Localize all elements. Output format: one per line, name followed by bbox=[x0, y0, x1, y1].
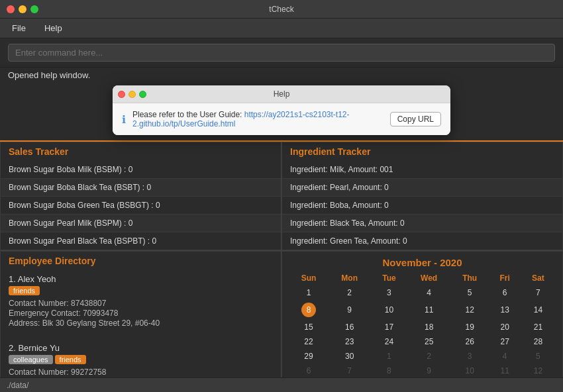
calendar-today: 8 bbox=[301, 303, 316, 317]
employee-name: 2. Bernice Yu bbox=[9, 343, 273, 353]
help-dialog: Help ℹ Please refer to the User Guide: h… bbox=[113, 85, 450, 135]
status-line: Opened help window. bbox=[0, 68, 563, 83]
sales-tracker-title: Sales Tracker bbox=[1, 142, 281, 161]
status-text: Opened help window. bbox=[8, 70, 90, 80]
calendar-day: 4 bbox=[489, 349, 521, 364]
maximize-button[interactable] bbox=[30, 5, 38, 13]
calendar-today-cell: 8 bbox=[289, 300, 329, 320]
sales-item: Brown Sugar Boba Green Tea (BSBGT) : 0 bbox=[1, 197, 281, 215]
employee-tag: friends bbox=[9, 286, 40, 295]
calendar-day: 24 bbox=[370, 334, 407, 349]
calendar-day: 28 bbox=[521, 334, 556, 349]
calendar-day: 25 bbox=[408, 334, 450, 349]
calendar-day: 9 bbox=[329, 300, 370, 320]
app-title: tCheck bbox=[269, 5, 293, 14]
help-min-button[interactable] bbox=[128, 91, 136, 98]
calendar-day: 21 bbox=[521, 320, 556, 334]
titlebar: tCheck bbox=[0, 0, 563, 19]
employee-directory-panel: Employee Directory 1. Alex Yeoh friends … bbox=[0, 251, 282, 392]
calendar-day-header: Tue bbox=[370, 271, 407, 285]
calendar-day: 19 bbox=[450, 320, 489, 334]
sales-item: Brown Sugar Boba Milk (BSBM) : 0 bbox=[1, 161, 281, 179]
calendar-table: SunMonTueWedThuFriSat 123456789101112131… bbox=[289, 271, 556, 378]
help-max-button[interactable] bbox=[139, 91, 146, 98]
calendar-day: 26 bbox=[450, 334, 489, 349]
command-bar bbox=[0, 38, 563, 68]
calendar-day: 8 bbox=[370, 364, 407, 378]
employee-contact: Contact Number: 99272758 bbox=[9, 368, 273, 377]
calendar-day: 3 bbox=[370, 285, 407, 300]
sales-item: Brown Sugar Pearl Black Tea (BSPBT) : 0 bbox=[1, 232, 281, 250]
calendar-wrapper: SunMonTueWedThuFriSat 123456789101112131… bbox=[282, 271, 562, 383]
calendar-day: 13 bbox=[489, 300, 521, 320]
calendar-day-header: Wed bbox=[408, 271, 450, 285]
calendar-day: 2 bbox=[408, 349, 450, 364]
calendar-day: 3 bbox=[450, 349, 489, 364]
calendar-title: November - 2020 bbox=[282, 252, 562, 271]
employee-tag: friends bbox=[55, 355, 86, 364]
ingredient-item: Ingredient: Green Tea, Amount: 0 bbox=[282, 232, 562, 250]
calendar-day: 10 bbox=[450, 364, 489, 378]
sales-tracker-panel: Sales Tracker Brown Sugar Boba Milk (BSB… bbox=[0, 142, 282, 251]
calendar-day: 15 bbox=[289, 320, 329, 334]
calendar-day-header: Thu bbox=[450, 271, 489, 285]
calendar-day-header: Fri bbox=[489, 271, 521, 285]
calendar-day: 2 bbox=[329, 285, 370, 300]
calendar-day: 11 bbox=[489, 364, 521, 378]
calendar-day: 16 bbox=[329, 320, 370, 334]
menu-file[interactable]: File bbox=[8, 22, 30, 34]
current-path: ./data/ bbox=[7, 381, 28, 390]
help-dialog-buttons bbox=[118, 91, 146, 98]
main-grid: Sales Tracker Brown Sugar Boba Milk (BSB… bbox=[0, 140, 563, 392]
calendar-day: 17 bbox=[370, 320, 407, 334]
employee-tag: colleagues bbox=[9, 355, 53, 364]
bottom-bar: ./data/ bbox=[0, 377, 563, 392]
calendar-day: 11 bbox=[408, 300, 450, 320]
employee-directory-title: Employee Directory bbox=[1, 252, 281, 270]
calendar-day: 14 bbox=[521, 300, 556, 320]
command-input[interactable] bbox=[8, 44, 555, 62]
calendar-day: 10 bbox=[370, 300, 407, 320]
employee-name: 1. Alex Yeoh bbox=[9, 274, 273, 284]
calendar-day: 18 bbox=[408, 320, 450, 334]
employee-address: Address: Blk 30 Geylang Street 29, #06-4… bbox=[9, 318, 273, 328]
calendar-day: 1 bbox=[370, 349, 407, 364]
employee-entry: 1. Alex Yeoh friends Contact Number: 874… bbox=[1, 270, 281, 332]
help-close-button[interactable] bbox=[118, 91, 125, 98]
close-button[interactable] bbox=[7, 5, 15, 13]
help-dialog-body: ℹ Please refer to the User Guide: https:… bbox=[113, 103, 450, 135]
calendar-day: 7 bbox=[329, 364, 370, 378]
minimize-button[interactable] bbox=[19, 5, 26, 13]
calendar-day: 22 bbox=[289, 334, 329, 349]
copy-url-button[interactable]: Copy URL bbox=[390, 112, 441, 126]
ingredient-tracker-panel: Ingredient Tracker Ingredient: Milk, Amo… bbox=[282, 142, 563, 251]
calendar-day: 1 bbox=[289, 285, 329, 300]
calendar-day: 7 bbox=[521, 285, 556, 300]
info-icon: ℹ bbox=[122, 113, 126, 126]
calendar-day: 5 bbox=[450, 285, 489, 300]
ingredient-item: Ingredient: Milk, Amount: 001 bbox=[282, 161, 562, 179]
calendar-day: 6 bbox=[289, 364, 329, 378]
employee-list: 1. Alex Yeoh friends Contact Number: 874… bbox=[1, 270, 281, 392]
calendar-panel: November - 2020 SunMonTueWedThuFriSat 12… bbox=[282, 251, 563, 392]
help-url-link[interactable]: https://ay2021s1-cs2103t-t12-2.github.io… bbox=[132, 110, 350, 128]
ingredient-item: Ingredient: Boba, Amount: 0 bbox=[282, 197, 562, 215]
help-dialog-text: Please refer to the User Guide: https://… bbox=[132, 110, 384, 128]
menubar: File Help bbox=[0, 19, 563, 38]
calendar-day: 30 bbox=[329, 349, 370, 364]
menu-help[interactable]: Help bbox=[40, 22, 66, 34]
calendar-day: 23 bbox=[329, 334, 370, 349]
calendar-day: 27 bbox=[489, 334, 521, 349]
help-dialog-titlebar: Help bbox=[113, 85, 450, 103]
sales-tracker-list: Brown Sugar Boba Milk (BSBM) : 0Brown Su… bbox=[1, 161, 281, 250]
calendar-day-header: Mon bbox=[329, 271, 370, 285]
calendar-day: 12 bbox=[521, 364, 556, 378]
calendar-day-header: Sat bbox=[521, 271, 556, 285]
calendar-day: 5 bbox=[521, 349, 556, 364]
sales-item: Brown Sugar Pearl Milk (BSPM) : 0 bbox=[1, 215, 281, 232]
ingredient-item: Ingredient: Pearl, Amount: 0 bbox=[282, 179, 562, 197]
ingredient-tracker-list: Ingredient: Milk, Amount: 001Ingredient:… bbox=[282, 161, 562, 250]
ingredient-tracker-title: Ingredient Tracker bbox=[282, 142, 562, 161]
calendar-day: 9 bbox=[408, 364, 450, 378]
calendar-day: 6 bbox=[489, 285, 521, 300]
